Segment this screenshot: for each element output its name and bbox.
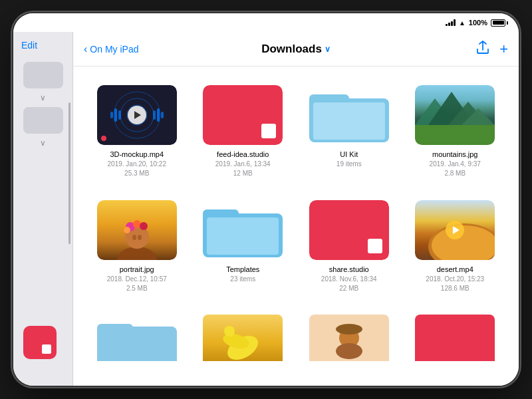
title-chevron-icon: ∨ [325,45,331,54]
file-name: portrait.jpg [120,265,154,273]
back-label[interactable]: On My iPad [90,44,138,55]
file-name: share.studio [329,265,369,273]
file-thumbnail [97,200,177,260]
svg-point-21 [138,235,142,240]
svg-point-19 [124,227,130,233]
file-item[interactable]: feed-idea.studio 2019. Jan.6, 13:3412 MB [190,77,297,192]
status-bar: ▲ 100% [13,13,519,32]
file-meta: 2018. Dec.12, 10:572.5 MB [107,275,167,293]
file-thumbnail [203,200,283,260]
svg-rect-5 [118,110,121,120]
svg-rect-7 [157,108,160,122]
files-grid: 3D-mockup.mp4 2019. Jan.20, 10:2225.3 MB… [73,66,519,386]
svg-point-28 [336,324,362,334]
sidebar-bottom-item[interactable] [23,326,57,359]
file-item[interactable]: Templates 23 items [190,192,297,307]
svg-point-29 [336,343,362,359]
sidebar-chevron-2: ∨ [40,138,46,148]
file-meta: 2018. Oct.20, 15:23128.6 MB [426,275,484,293]
file-thumbnail [97,85,177,145]
back-button[interactable]: ‹ On My iPad [84,43,138,55]
file-name: feed-idea.studio [217,150,269,158]
battery-icon [491,19,508,27]
signal-icon [446,19,456,26]
sidebar-edit-button[interactable]: Edit [21,40,37,51]
file-area: ‹ On My iPad Downloads ∨ + [73,32,519,386]
svg-rect-3 [110,112,113,118]
file-thumbnail [415,85,495,145]
wifi-icon: ▲ [459,19,466,27]
svg-point-18 [140,222,148,230]
svg-point-20 [132,235,136,240]
file-item[interactable] [84,307,190,375]
file-name: 3D-mockup.mp4 [110,150,164,158]
file-item[interactable]: UI Kit 19 items [296,77,402,192]
sidebar-item-2 [23,107,63,134]
nav-bar: ‹ On My iPad Downloads ∨ + [73,32,519,66]
svg-point-26 [224,326,235,336]
file-name: UI Kit [340,150,358,158]
file-name: desert.mp4 [437,265,473,273]
back-chevron-icon: ‹ [84,43,87,55]
sidebar-item-1 [23,62,63,88]
device-frame: ▲ 100% Edit ∨ ∨ [13,13,519,386]
main-content: Edit ∨ ∨ ‹ On My iPad Downloads ∨ [13,32,519,386]
nav-actions: + [477,41,508,58]
file-item[interactable]: share.studio 2018. Nov.6, 18:3422 MB [296,192,402,307]
sidebar-scrollbar [68,102,70,244]
file-item[interactable] [296,307,402,375]
file-name: Templates [226,265,259,273]
file-item[interactable] [190,307,297,375]
svg-rect-8 [161,112,164,118]
file-meta: 19 items [336,160,362,169]
svg-rect-6 [153,110,156,120]
share-button[interactable] [477,41,489,57]
file-thumbnail [309,85,389,145]
file-item[interactable]: mountains.jpg 2019. Jan.4, 9:372.8 MB [402,77,509,192]
file-meta: 2019. Jan.20, 10:2225.3 MB [108,160,166,178]
file-name: mountains.jpg [432,150,478,158]
file-item[interactable]: desert.mp4 2018. Oct.20, 15:23128.6 MB [402,192,509,307]
sidebar-chevron-1: ∨ [40,93,46,102]
file-meta: 2019. Jan.6, 13:3412 MB [215,160,271,178]
svg-rect-4 [114,108,117,122]
svg-rect-13 [415,125,495,145]
file-item[interactable] [402,307,509,375]
file-thumbnail [415,200,495,260]
battery-percent: 100% [469,19,487,27]
status-icons: ▲ 100% [446,19,508,27]
file-item[interactable]: 3D-mockup.mp4 2019. Jan.20, 10:2225.3 MB [84,77,190,192]
nav-title[interactable]: Downloads ∨ [261,43,331,56]
sidebar: Edit ∨ ∨ [13,32,73,386]
file-thumbnail [203,85,283,145]
file-meta: 2018. Nov.6, 18:3422 MB [321,275,377,293]
file-item[interactable]: portrait.jpg 2018. Dec.12, 10:572.5 MB [84,192,190,307]
file-meta: 23 items [230,275,255,284]
file-meta: 2019. Jan.4, 9:372.8 MB [430,160,481,178]
file-thumbnail [309,200,389,260]
page-title: Downloads [261,43,322,56]
add-button[interactable]: + [499,41,508,58]
